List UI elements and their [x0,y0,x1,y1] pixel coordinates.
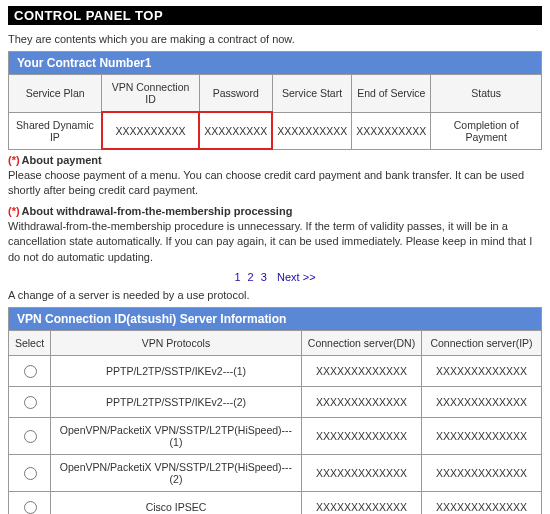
server-row: Cisco IPSECXXXXXXXXXXXXXXXXXXXXXXXXXX [9,491,542,514]
server-row: PPTP/L2TP/SSTP/IKEv2---(2)XXXXXXXXXXXXXX… [9,386,542,417]
server-row: PPTP/L2TP/SSTP/IKEv2---(1)XXXXXXXXXXXXXX… [9,355,542,386]
about-withdraw-label: About withdrawal-from-the-membership pro… [22,205,293,217]
about-withdraw-body: Withdrawal-from-the-membership procedure… [8,219,542,265]
contract-row: Shared Dynamic IP XXXXXXXXXX XXXXXXXXX X… [9,112,542,149]
col-ip: Connection server(IP) [422,330,542,355]
pager: 1 2 3 Next >> [8,271,542,283]
col-plan: Service Plan [9,75,102,113]
server-select-radio[interactable] [24,396,37,409]
cell-proto: PPTP/L2TP/SSTP/IKEv2---(1) [51,355,302,386]
cell-dn: XXXXXXXXXXXXX [302,454,422,491]
cell-ip: XXXXXXXXXXXXX [422,355,542,386]
cell-ip: XXXXXXXXXXXXX [422,417,542,454]
page-next-link[interactable]: Next >> [277,271,316,283]
server-select-radio[interactable] [24,467,37,480]
page-2-link[interactable]: 2 [248,271,254,283]
cell-status: Completion of Payment [431,112,542,149]
col-start: Service Start [272,75,352,113]
about-payment-head: (*)About payment [8,154,542,166]
about-payment-body: Please choose payment of a menu. You can… [8,168,542,199]
server-table: Select VPN Protocols Connection server(D… [8,330,542,514]
col-status: Status [431,75,542,113]
server-row: OpenVPN/PacketiX VPN/SSTP/L2TP(HiSpeed)-… [9,417,542,454]
cell-proto: Cisco IPSEC [51,491,302,514]
page-title: CONTROL PANEL TOP [8,6,542,25]
cell-proto: OpenVPN/PacketiX VPN/SSTP/L2TP(HiSpeed)-… [51,454,302,491]
col-vpnid: VPN Connection ID [102,75,199,113]
cell-start: XXXXXXXXXX [272,112,352,149]
cell-dn: XXXXXXXXXXXXX [302,417,422,454]
intro-text: They are contents which you are making a… [8,25,542,51]
cell-ip: XXXXXXXXXXXXX [422,386,542,417]
cell-dn: XXXXXXXXXXXXX [302,386,422,417]
cell-password: XXXXXXXXX [199,112,272,149]
col-proto: VPN Protocols [51,330,302,355]
col-end: End of Service [352,75,431,113]
cell-ip: XXXXXXXXXXXXX [422,491,542,514]
cell-proto: PPTP/L2TP/SSTP/IKEv2---(2) [51,386,302,417]
col-password: Password [199,75,272,113]
about-payment-label: About payment [22,154,102,166]
server-select-radio[interactable] [24,430,37,443]
server-change-note: A change of a server is needed by a use … [8,289,542,301]
server-section-header: VPN Connection ID(atsushi) Server Inform… [8,307,542,330]
server-select-radio[interactable] [24,501,37,514]
about-withdraw-head: (*)About withdrawal-from-the-membership … [8,205,542,217]
server-row: OpenVPN/PacketiX VPN/SSTP/L2TP(HiSpeed)-… [9,454,542,491]
cell-dn: XXXXXXXXXXXXX [302,491,422,514]
cell-vpnid: XXXXXXXXXX [102,112,199,149]
col-select: Select [9,330,51,355]
cell-plan: Shared Dynamic IP [9,112,102,149]
contract-table: Service Plan VPN Connection ID Password … [8,74,542,150]
contract-section-header: Your Contract Number1 [8,51,542,74]
cell-end: XXXXXXXXXX [352,112,431,149]
cell-ip: XXXXXXXXXXXXX [422,454,542,491]
server-select-radio[interactable] [24,365,37,378]
cell-dn: XXXXXXXXXXXXX [302,355,422,386]
page-3-link[interactable]: 3 [261,271,267,283]
page-1-link[interactable]: 1 [234,271,240,283]
cell-proto: OpenVPN/PacketiX VPN/SSTP/L2TP(HiSpeed)-… [51,417,302,454]
col-dn: Connection server(DN) [302,330,422,355]
